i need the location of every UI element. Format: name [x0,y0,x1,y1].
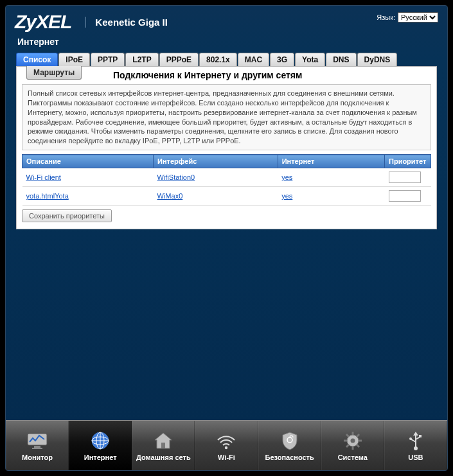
tab-pppoe[interactable]: PPPoE [159,53,199,66]
model-name: Keenetic Giga II [85,17,168,28]
nav-label: Безопасность [265,454,314,461]
col-interface: Интерфейс [154,155,278,168]
svg-line-21 [346,445,349,447]
tab-802.1x[interactable]: 802.1x [199,53,237,66]
internet-icon [89,430,112,451]
tab-dydns[interactable]: DyDNS [357,53,398,66]
svg-marker-24 [413,432,418,436]
row-internet-link[interactable]: yes [281,192,292,200]
home-icon [152,430,175,451]
priority-input[interactable] [389,190,421,202]
svg-line-19 [357,445,359,447]
svg-point-10 [225,446,227,448]
col-description: Описание [22,155,154,168]
row-description-link[interactable]: yota.htmlYota [26,192,69,200]
priority-input[interactable] [389,172,421,183]
monitor-icon [26,430,49,451]
svg-rect-1 [34,446,40,448]
nav-monitor[interactable]: Монитор [6,421,69,470]
svg-point-13 [350,438,355,443]
section-title: Интернет [6,34,447,51]
brand-logo: ZyXEL [15,11,80,33]
panel-title: Подключения к Интернету и другим сетям [17,66,436,83]
col-priority: Приоритет [385,155,431,168]
wifi-icon [215,430,238,451]
tab-pptp[interactable]: PPTP [91,53,125,66]
table-row: Wi-Fi clientWifiStation0yes [22,168,431,187]
tab-ipoe[interactable]: IPoE [58,53,90,66]
system-icon [341,430,364,451]
nav-label: Монитор [22,454,53,461]
nav-usb[interactable]: USB [384,421,447,470]
tab-l2tp[interactable]: L2TP [125,53,158,66]
nav-label: Система [338,454,368,461]
tab-yota[interactable]: Yota [295,53,325,66]
row-internet-link[interactable]: yes [281,173,292,181]
tab-dns[interactable]: DNS [326,53,356,66]
language-selector: Язык: Русский [377,12,438,22]
interfaces-table: Описание Интерфейс Интернет Приоритет Wi… [22,154,431,206]
svg-rect-9 [161,443,165,448]
svg-rect-2 [32,448,42,449]
svg-point-25 [409,437,412,440]
panel-description: Полный список сетевых интерфейсов интерн… [22,84,431,150]
tab-mac[interactable]: MAC [238,53,269,66]
row-interface-link[interactable]: WiMax0 [157,192,183,200]
language-label: Язык: [377,13,395,21]
nav-system[interactable]: Система [321,421,384,470]
row-description-link[interactable]: Wi-Fi client [26,173,61,181]
tab-список[interactable]: Список [16,53,58,66]
row-interface-link[interactable]: WifiStation0 [157,173,195,181]
usb-icon [404,430,427,451]
nav-label: Wi-Fi [218,454,235,461]
security-icon [278,430,301,451]
nav-internet[interactable]: Интернет [69,421,132,470]
table-row: yota.htmlYotaWiMax0yes [22,187,431,206]
nav-wifi[interactable]: Wi-Fi [195,421,258,470]
svg-line-20 [357,434,359,437]
nav-security[interactable]: Безопасность [258,421,321,470]
col-internet: Интернет [278,155,384,168]
nav-label: Домашняя сеть [136,454,191,461]
nav-label: Интернет [84,454,117,461]
nav-home[interactable]: Домашняя сеть [132,421,195,470]
svg-line-18 [346,434,349,437]
language-select[interactable]: Русский [398,12,438,22]
nav-label: USB [408,454,423,461]
svg-rect-26 [419,435,422,437]
save-priorities-button[interactable]: Сохранить приоритеты [22,209,112,222]
tab-3g[interactable]: 3G [270,53,294,66]
